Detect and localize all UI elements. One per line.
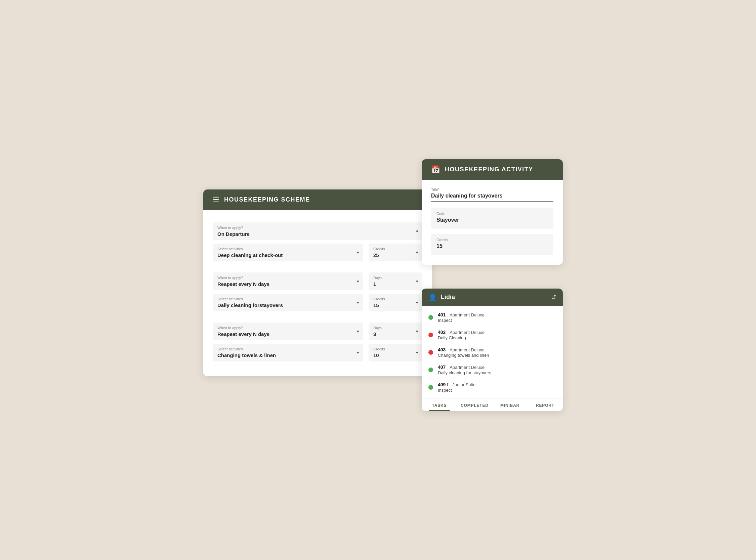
- task-room-type-409: Junior Suite: [453, 382, 476, 387]
- activity-arrow-s3: ▾: [357, 350, 359, 355]
- activity-card-header: 📅 HOUSEKEEPING ACTIVITY: [422, 159, 563, 180]
- credits-arrow-s2: ▾: [416, 300, 418, 305]
- activity-value-s1: Deep cleaning at check-out: [217, 252, 359, 258]
- task-item-402[interactable]: 402 Apartment Deluxe Daily Cleaning: [422, 326, 563, 344]
- task-room-type-403: Apartment Deluxe: [450, 347, 484, 353]
- lidia-header-left: 👤 Lidia: [429, 293, 455, 301]
- task-activity-402: Daily Cleaning: [438, 335, 556, 340]
- task-item-401[interactable]: 401 Apartment Deluxe Inspect: [422, 309, 563, 326]
- when-label-s2: When to apply?: [217, 276, 359, 280]
- activity-credits-value: 15: [436, 243, 548, 251]
- title-value[interactable]: Daily cleaning for stayovers: [431, 193, 553, 202]
- task-room-401: 401 Apartment Deluxe: [438, 312, 556, 317]
- refresh-button[interactable]: ↺: [551, 294, 556, 301]
- credits-s3[interactable]: Credits 10 ▾: [369, 344, 422, 361]
- activity-title-field: Title* Daily cleaning for stayovers: [431, 187, 553, 202]
- task-activity-407: Daily cleaning for stayovers: [438, 370, 556, 375]
- task-item-407[interactable]: 407 Apartment Deluxe Daily cleaning for …: [422, 361, 563, 379]
- credits-value-s3: 10: [373, 353, 418, 358]
- scheme-icon: ☰: [213, 196, 219, 204]
- task-info-409: 409 f Junior Suite Inspect: [438, 382, 556, 393]
- task-item-403[interactable]: 403 Apartment Deluxe Changing towels and…: [422, 344, 563, 361]
- scheme-s3-row1: When to apply? Reapeat every N days ▾ Da…: [213, 322, 422, 340]
- activity-card: 📅 HOUSEKEEPING ACTIVITY Title* Daily cle…: [422, 159, 563, 265]
- tab-tasks[interactable]: TASKS: [422, 398, 457, 411]
- when-label-s3: When to apply?: [217, 326, 359, 330]
- credits-label-s1: Credits: [373, 247, 418, 251]
- code-label: Code: [436, 212, 548, 216]
- days-s2[interactable]: Days 1 ▾: [369, 273, 422, 290]
- scheme-s2-row1: When to apply? Reapeat every N days ▾ Da…: [213, 273, 422, 290]
- activity-label-s2: Select activities: [217, 297, 359, 301]
- activity-card-body: Title* Daily cleaning for stayovers Code…: [422, 180, 563, 265]
- scheme-section-2: When to apply? Reapeat every N days ▾ Da…: [213, 267, 422, 317]
- activity-arrow-s1: ▾: [357, 250, 359, 255]
- credits-s1[interactable]: Credits 25 ▾: [369, 243, 422, 261]
- activity-arrow-s2: ▾: [357, 300, 359, 305]
- when-arrow-s1: ▾: [416, 229, 418, 234]
- activity-code-field: Code Stayover: [431, 207, 553, 229]
- credits-label-s3: Credits: [373, 347, 418, 351]
- lidia-name: Lidia: [441, 294, 455, 301]
- title-label: Title*: [431, 187, 553, 192]
- task-activity-401: Inspect: [438, 318, 556, 323]
- scheme-card-header: ☰ HOUSEKEEPING SCHEME: [203, 189, 432, 210]
- scheme-section-1: When to apply? On Departure ▾ Select act…: [213, 217, 422, 267]
- activity-credits-field: Credits 15: [431, 234, 553, 255]
- when-value-s3: Reapeat every N days: [217, 331, 359, 337]
- when-value-s1: On Departure: [217, 231, 418, 237]
- task-room-type-407: Apartment Deluxe: [450, 365, 484, 370]
- when-label-s1: When to apply?: [217, 226, 418, 230]
- scheme-s3-row2: Select activities Changing towels & line…: [213, 344, 422, 361]
- activity-s1[interactable]: Select activities Deep cleaning at check…: [213, 243, 363, 261]
- when-value-s2: Reapeat every N days: [217, 281, 359, 287]
- task-room-type-402: Apartment Deluxe: [450, 330, 484, 335]
- lidia-header: 👤 Lidia ↺: [422, 288, 563, 306]
- lidia-card: 👤 Lidia ↺ 401 Apartment Deluxe Inspect: [422, 288, 563, 411]
- when-to-apply-s3[interactable]: When to apply? Reapeat every N days ▾: [213, 322, 363, 340]
- task-room-409: 409 f Junior Suite: [438, 382, 556, 387]
- tab-completed[interactable]: COMPLETED: [457, 398, 492, 411]
- activity-value-s3: Changing towels & linen: [217, 353, 359, 358]
- task-room-407: 407 Apartment Deluxe: [438, 364, 556, 370]
- days-value-s3: 3: [373, 331, 418, 337]
- activity-icon: 📅: [431, 165, 440, 174]
- days-value-s2: 1: [373, 281, 418, 287]
- scheme-section-3: When to apply? Reapeat every N days ▾ Da…: [213, 317, 422, 367]
- task-activity-403: Changing towels and linen: [438, 353, 556, 358]
- when-to-apply-s2[interactable]: When to apply? Reapeat every N days ▾: [213, 273, 363, 290]
- activity-title: HOUSEKEEPING ACTIVITY: [445, 166, 533, 173]
- task-room-402: 402 Apartment Deluxe: [438, 329, 556, 335]
- task-activity-409: Inspect: [438, 388, 556, 393]
- task-info-407: 407 Apartment Deluxe Daily cleaning for …: [438, 364, 556, 375]
- code-value: Stayover: [436, 217, 548, 225]
- days-label-s3: Days: [373, 326, 418, 330]
- status-dot-409: [429, 385, 433, 390]
- tab-minibar[interactable]: MINIBAR: [492, 398, 528, 411]
- days-label-s2: Days: [373, 276, 418, 280]
- task-item-409[interactable]: 409 f Junior Suite Inspect: [422, 379, 563, 396]
- activity-label-s3: Select activities: [217, 347, 359, 351]
- credits-arrow-s3: ▾: [416, 350, 418, 355]
- activity-s3[interactable]: Select activities Changing towels & line…: [213, 344, 363, 361]
- credits-value-s1: 25: [373, 252, 418, 258]
- credits-label-s2: Credits: [373, 297, 418, 301]
- task-info-402: 402 Apartment Deluxe Daily Cleaning: [438, 329, 556, 340]
- status-dot-403: [429, 350, 433, 355]
- activity-credits-label: Credits: [436, 238, 548, 242]
- task-room-type-401: Apartment Deluxe: [450, 313, 484, 317]
- credits-s2[interactable]: Credits 15 ▾: [369, 294, 422, 312]
- scheme-s2-row2: Select activities Daily cleaning forstay…: [213, 294, 422, 312]
- activity-s2[interactable]: Select activities Daily cleaning forstay…: [213, 294, 363, 312]
- days-s3[interactable]: Days 3 ▾: [369, 322, 422, 340]
- when-arrow-s2: ▾: [357, 279, 359, 284]
- when-arrow-s3: ▾: [357, 329, 359, 334]
- scene: ☰ HOUSEKEEPING SCHEME When to apply? On …: [193, 149, 563, 411]
- lidia-person-icon: 👤: [429, 293, 437, 301]
- when-to-apply-s1[interactable]: When to apply? On Departure ▾: [213, 222, 422, 240]
- scheme-s1-row1: When to apply? On Departure ▾: [213, 222, 422, 240]
- task-info-401: 401 Apartment Deluxe Inspect: [438, 312, 556, 323]
- lidia-tabs: TASKS COMPLETED MINIBAR REPORT: [422, 398, 563, 411]
- tab-report[interactable]: REPORT: [528, 398, 563, 411]
- credits-value-s2: 15: [373, 302, 418, 308]
